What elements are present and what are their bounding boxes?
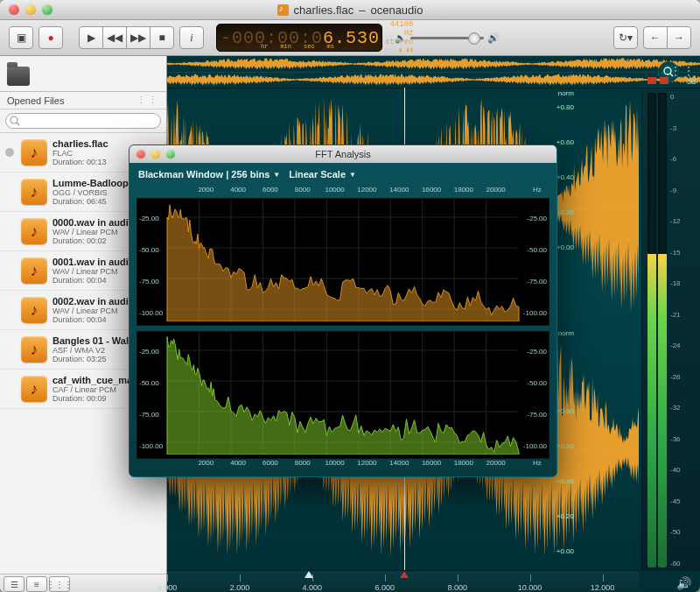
- audio-file-icon: ♪: [21, 139, 47, 166]
- fft-titlebar[interactable]: FFT Analysis: [130, 145, 556, 163]
- redo-button[interactable]: →: [667, 26, 691, 49]
- history-button[interactable]: ↻▾: [613, 26, 638, 49]
- norm-label-top: norm: [558, 89, 574, 97]
- play-button[interactable]: ▶: [79, 26, 103, 49]
- main-toolbar: ▣ ● ▶ ◀◀ ▶▶ ■ i -000:00:06.530 44100 Hz …: [0, 20, 700, 56]
- record-button[interactable]: ●: [38, 26, 63, 49]
- norm-label-bottom: norm: [558, 329, 574, 337]
- speaker-icon[interactable]: 🔊: [676, 576, 691, 590]
- zoom-icon[interactable]: [42, 4, 52, 15]
- svg-marker-4: [304, 571, 313, 578]
- level-meter: 0-3-6-9-12-15-18-21-24-28-32-36-40-45-50…: [641, 89, 700, 571]
- sidebar-section-label: Opened Files: [7, 95, 64, 106]
- grip-icon[interactable]: ⋮⋮: [136, 95, 159, 106]
- audio-file-icon: ♪: [21, 218, 47, 244]
- fft-minimize-icon[interactable]: [151, 150, 160, 159]
- svg-marker-5: [400, 571, 409, 578]
- audio-file-icon: ♪: [21, 336, 47, 363]
- fast-forward-button[interactable]: ▶▶: [126, 26, 150, 49]
- info-button[interactable]: i: [179, 26, 204, 49]
- close-icon[interactable]: [9, 4, 19, 15]
- fft-title-label: FFT Analysis: [130, 149, 556, 159]
- undo-button[interactable]: ←: [643, 26, 668, 49]
- audio-file-icon: ♪: [21, 297, 47, 323]
- window-title-file: charlies.flac: [294, 4, 354, 17]
- open-button[interactable]: ▣: [9, 26, 33, 49]
- volume-high-icon: 🔊: [487, 32, 500, 44]
- fft-scale-dropdown[interactable]: Linear Scale▼: [289, 169, 356, 180]
- fft-chart-right: -25.00-25.00-50.00-50.00-75.00-75.00-100…: [136, 331, 550, 459]
- audio-file-icon: ♪: [21, 179, 47, 205]
- audio-file-icon: ♪: [21, 257, 47, 284]
- chevron-down-icon: ▼: [273, 171, 280, 179]
- list-icon[interactable]: ⋮⋮: [670, 65, 696, 77]
- fft-close-icon[interactable]: [136, 150, 145, 159]
- overview-waveform[interactable]: [167, 56, 700, 88]
- fft-window-dropdown[interactable]: Blackman Window | 256 bins▼: [138, 169, 280, 180]
- rewind-button[interactable]: ◀◀: [102, 26, 127, 49]
- playhead-marker[interactable]: [400, 571, 409, 580]
- range-start-marker[interactable]: [304, 571, 313, 580]
- fft-chart-left: -25.00-25.00-50.00-50.00-75.00-75.00-100…: [136, 198, 550, 326]
- document-icon: [277, 4, 289, 16]
- time-ruler[interactable]: 0.0002.0004.0006.0008.00010.00012.000: [167, 570, 639, 592]
- sample-rate: 44100 Hz: [385, 21, 413, 39]
- window-titlebar: charlies.flac – ocenaudio: [0, 0, 700, 20]
- peak-right-icon: [660, 77, 668, 84]
- chevron-down-icon: ▼: [349, 171, 356, 179]
- audio-file-icon: ♪: [21, 376, 47, 402]
- fft-zoom-icon[interactable]: [166, 150, 175, 159]
- meter-db-label: dB: [687, 77, 696, 86]
- sidebar-search-input[interactable]: [5, 113, 161, 129]
- selected-indicator-icon: [5, 148, 14, 157]
- minimize-icon[interactable]: [25, 4, 36, 15]
- window-title-app: ocenaudio: [370, 4, 423, 17]
- view-grid-button[interactable]: ⋮⋮⋮: [49, 576, 70, 592]
- stop-button[interactable]: ■: [150, 26, 174, 49]
- fft-window[interactable]: FFT Analysis Blackman Window | 256 bins▼…: [129, 144, 557, 477]
- view-compact-button[interactable]: ≡: [26, 576, 47, 592]
- time-display: -000:00:06.530 44100 Hz stereo ▮ ▮▮ hr m…: [216, 24, 382, 52]
- view-list-button[interactable]: ☰: [4, 576, 24, 592]
- folder-icon[interactable]: [7, 67, 30, 86]
- peak-left-icon: [648, 77, 656, 84]
